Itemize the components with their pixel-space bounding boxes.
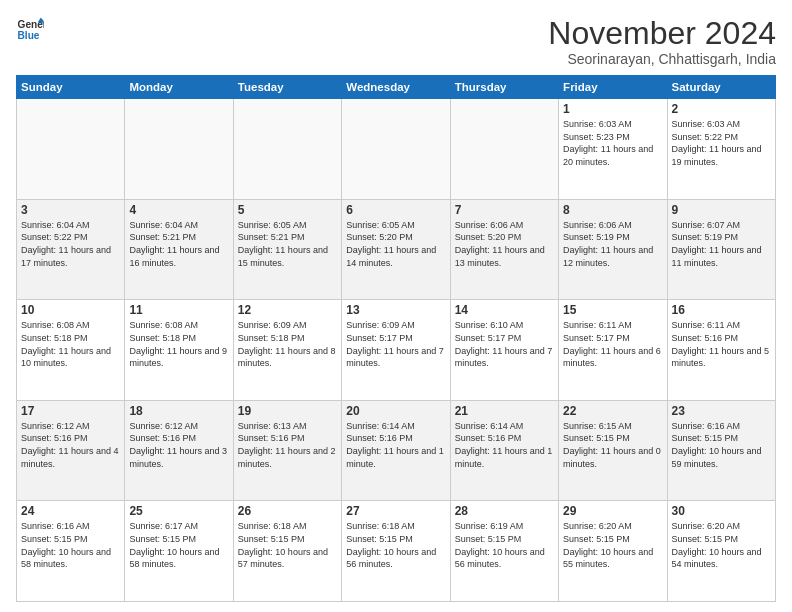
day-info: Sunrise: 6:12 AM Sunset: 5:16 PM Dayligh…	[129, 420, 228, 470]
day-number: 20	[346, 404, 445, 418]
day-info: Sunrise: 6:07 AM Sunset: 5:19 PM Dayligh…	[672, 219, 771, 269]
calendar-cell: 3Sunrise: 6:04 AM Sunset: 5:22 PM Daylig…	[17, 199, 125, 300]
calendar-cell: 5Sunrise: 6:05 AM Sunset: 5:21 PM Daylig…	[233, 199, 341, 300]
header: General Blue November 2024 Seorinarayan,…	[16, 16, 776, 67]
day-info: Sunrise: 6:03 AM Sunset: 5:22 PM Dayligh…	[672, 118, 771, 168]
day-number: 22	[563, 404, 662, 418]
day-number: 3	[21, 203, 120, 217]
day-info: Sunrise: 6:04 AM Sunset: 5:22 PM Dayligh…	[21, 219, 120, 269]
day-info: Sunrise: 6:11 AM Sunset: 5:17 PM Dayligh…	[563, 319, 662, 369]
day-info: Sunrise: 6:19 AM Sunset: 5:15 PM Dayligh…	[455, 520, 554, 570]
weekday-tuesday: Tuesday	[233, 76, 341, 99]
day-info: Sunrise: 6:03 AM Sunset: 5:23 PM Dayligh…	[563, 118, 662, 168]
day-number: 4	[129, 203, 228, 217]
calendar-cell: 8Sunrise: 6:06 AM Sunset: 5:19 PM Daylig…	[559, 199, 667, 300]
day-number: 10	[21, 303, 120, 317]
calendar-cell: 25Sunrise: 6:17 AM Sunset: 5:15 PM Dayli…	[125, 501, 233, 602]
day-info: Sunrise: 6:20 AM Sunset: 5:15 PM Dayligh…	[672, 520, 771, 570]
day-info: Sunrise: 6:12 AM Sunset: 5:16 PM Dayligh…	[21, 420, 120, 470]
calendar-cell	[17, 99, 125, 200]
weekday-wednesday: Wednesday	[342, 76, 450, 99]
calendar-cell: 21Sunrise: 6:14 AM Sunset: 5:16 PM Dayli…	[450, 400, 558, 501]
calendar-cell: 27Sunrise: 6:18 AM Sunset: 5:15 PM Dayli…	[342, 501, 450, 602]
calendar-cell: 24Sunrise: 6:16 AM Sunset: 5:15 PM Dayli…	[17, 501, 125, 602]
day-info: Sunrise: 6:06 AM Sunset: 5:20 PM Dayligh…	[455, 219, 554, 269]
calendar-cell: 7Sunrise: 6:06 AM Sunset: 5:20 PM Daylig…	[450, 199, 558, 300]
calendar-cell: 2Sunrise: 6:03 AM Sunset: 5:22 PM Daylig…	[667, 99, 775, 200]
day-info: Sunrise: 6:11 AM Sunset: 5:16 PM Dayligh…	[672, 319, 771, 369]
day-info: Sunrise: 6:09 AM Sunset: 5:17 PM Dayligh…	[346, 319, 445, 369]
calendar-cell	[233, 99, 341, 200]
week-row-3: 10Sunrise: 6:08 AM Sunset: 5:18 PM Dayli…	[17, 300, 776, 401]
day-number: 9	[672, 203, 771, 217]
day-number: 29	[563, 504, 662, 518]
day-info: Sunrise: 6:09 AM Sunset: 5:18 PM Dayligh…	[238, 319, 337, 369]
week-row-4: 17Sunrise: 6:12 AM Sunset: 5:16 PM Dayli…	[17, 400, 776, 501]
week-row-1: 1Sunrise: 6:03 AM Sunset: 5:23 PM Daylig…	[17, 99, 776, 200]
calendar-cell: 13Sunrise: 6:09 AM Sunset: 5:17 PM Dayli…	[342, 300, 450, 401]
page: General Blue November 2024 Seorinarayan,…	[0, 0, 792, 612]
day-info: Sunrise: 6:20 AM Sunset: 5:15 PM Dayligh…	[563, 520, 662, 570]
week-row-2: 3Sunrise: 6:04 AM Sunset: 5:22 PM Daylig…	[17, 199, 776, 300]
day-number: 25	[129, 504, 228, 518]
day-info: Sunrise: 6:13 AM Sunset: 5:16 PM Dayligh…	[238, 420, 337, 470]
day-number: 27	[346, 504, 445, 518]
calendar-cell: 15Sunrise: 6:11 AM Sunset: 5:17 PM Dayli…	[559, 300, 667, 401]
calendar-cell: 6Sunrise: 6:05 AM Sunset: 5:20 PM Daylig…	[342, 199, 450, 300]
calendar-cell: 12Sunrise: 6:09 AM Sunset: 5:18 PM Dayli…	[233, 300, 341, 401]
day-info: Sunrise: 6:04 AM Sunset: 5:21 PM Dayligh…	[129, 219, 228, 269]
day-info: Sunrise: 6:05 AM Sunset: 5:20 PM Dayligh…	[346, 219, 445, 269]
day-number: 11	[129, 303, 228, 317]
calendar-cell: 28Sunrise: 6:19 AM Sunset: 5:15 PM Dayli…	[450, 501, 558, 602]
calendar-cell: 22Sunrise: 6:15 AM Sunset: 5:15 PM Dayli…	[559, 400, 667, 501]
weekday-thursday: Thursday	[450, 76, 558, 99]
calendar-cell: 29Sunrise: 6:20 AM Sunset: 5:15 PM Dayli…	[559, 501, 667, 602]
day-info: Sunrise: 6:16 AM Sunset: 5:15 PM Dayligh…	[672, 420, 771, 470]
day-number: 1	[563, 102, 662, 116]
calendar-cell: 4Sunrise: 6:04 AM Sunset: 5:21 PM Daylig…	[125, 199, 233, 300]
calendar-cell: 1Sunrise: 6:03 AM Sunset: 5:23 PM Daylig…	[559, 99, 667, 200]
weekday-header-row: SundayMondayTuesdayWednesdayThursdayFrid…	[17, 76, 776, 99]
calendar: SundayMondayTuesdayWednesdayThursdayFrid…	[16, 75, 776, 602]
weekday-friday: Friday	[559, 76, 667, 99]
day-info: Sunrise: 6:14 AM Sunset: 5:16 PM Dayligh…	[455, 420, 554, 470]
day-number: 5	[238, 203, 337, 217]
svg-text:Blue: Blue	[18, 30, 40, 41]
weekday-saturday: Saturday	[667, 76, 775, 99]
day-info: Sunrise: 6:17 AM Sunset: 5:15 PM Dayligh…	[129, 520, 228, 570]
week-row-5: 24Sunrise: 6:16 AM Sunset: 5:15 PM Dayli…	[17, 501, 776, 602]
day-number: 2	[672, 102, 771, 116]
calendar-cell: 30Sunrise: 6:20 AM Sunset: 5:15 PM Dayli…	[667, 501, 775, 602]
logo: General Blue	[16, 16, 44, 44]
day-number: 16	[672, 303, 771, 317]
day-info: Sunrise: 6:18 AM Sunset: 5:15 PM Dayligh…	[346, 520, 445, 570]
day-number: 12	[238, 303, 337, 317]
day-info: Sunrise: 6:14 AM Sunset: 5:16 PM Dayligh…	[346, 420, 445, 470]
day-number: 21	[455, 404, 554, 418]
calendar-cell: 17Sunrise: 6:12 AM Sunset: 5:16 PM Dayli…	[17, 400, 125, 501]
day-number: 13	[346, 303, 445, 317]
weekday-sunday: Sunday	[17, 76, 125, 99]
calendar-cell: 18Sunrise: 6:12 AM Sunset: 5:16 PM Dayli…	[125, 400, 233, 501]
day-number: 24	[21, 504, 120, 518]
day-number: 28	[455, 504, 554, 518]
calendar-cell: 20Sunrise: 6:14 AM Sunset: 5:16 PM Dayli…	[342, 400, 450, 501]
month-title: November 2024	[548, 16, 776, 51]
day-number: 7	[455, 203, 554, 217]
day-info: Sunrise: 6:08 AM Sunset: 5:18 PM Dayligh…	[129, 319, 228, 369]
day-number: 6	[346, 203, 445, 217]
day-number: 23	[672, 404, 771, 418]
title-section: November 2024 Seorinarayan, Chhattisgarh…	[548, 16, 776, 67]
day-info: Sunrise: 6:05 AM Sunset: 5:21 PM Dayligh…	[238, 219, 337, 269]
calendar-cell: 14Sunrise: 6:10 AM Sunset: 5:17 PM Dayli…	[450, 300, 558, 401]
day-number: 8	[563, 203, 662, 217]
calendar-cell: 16Sunrise: 6:11 AM Sunset: 5:16 PM Dayli…	[667, 300, 775, 401]
day-number: 30	[672, 504, 771, 518]
calendar-cell	[450, 99, 558, 200]
day-number: 14	[455, 303, 554, 317]
day-info: Sunrise: 6:10 AM Sunset: 5:17 PM Dayligh…	[455, 319, 554, 369]
day-info: Sunrise: 6:15 AM Sunset: 5:15 PM Dayligh…	[563, 420, 662, 470]
day-info: Sunrise: 6:18 AM Sunset: 5:15 PM Dayligh…	[238, 520, 337, 570]
calendar-cell: 19Sunrise: 6:13 AM Sunset: 5:16 PM Dayli…	[233, 400, 341, 501]
day-info: Sunrise: 6:16 AM Sunset: 5:15 PM Dayligh…	[21, 520, 120, 570]
